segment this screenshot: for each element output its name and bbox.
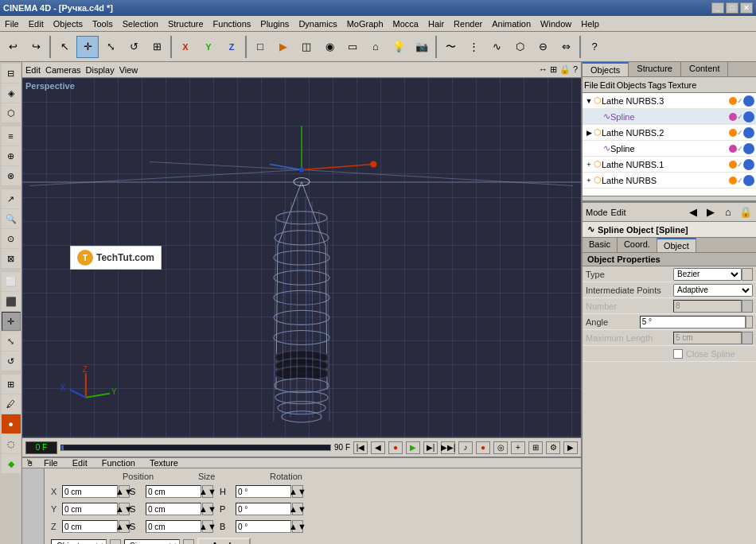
obj-spline-2-check[interactable]: ✓	[737, 145, 743, 153]
menu-hair[interactable]: Hair	[423, 16, 449, 31]
coord-z-size-input[interactable]	[146, 520, 201, 533]
axis-y-btn[interactable]: Y	[197, 36, 220, 58]
obj-lathe-1-dot2[interactable]	[743, 159, 754, 170]
coord-x-size-spinner[interactable]: ▲▼	[202, 485, 213, 498]
size-select-spinner[interactable]: ▲	[183, 539, 194, 544]
obj-spline-2-dot2[interactable]	[743, 143, 754, 154]
sym-btn[interactable]: ⇔	[555, 36, 577, 58]
prop-tab-object[interactable]: Object	[657, 238, 696, 252]
prop-mode-menu[interactable]: Mode	[586, 208, 608, 217]
obj-spline-1-check[interactable]: ✓	[737, 113, 743, 121]
obj-lathe-1[interactable]: + ⬡ Lathe NURBS.1 ✓	[583, 157, 756, 173]
left-tool-5[interactable]: ⊕	[2, 146, 21, 165]
viewport-icon-3[interactable]: 🔒	[559, 64, 571, 75]
coord-x-pos-input[interactable]	[62, 485, 118, 498]
left-tool-6[interactable]: ⊗	[2, 166, 21, 185]
timeline-loop-btn[interactable]: ●	[476, 441, 490, 454]
menu-functions[interactable]: Functions	[208, 16, 256, 31]
bottom-function-menu[interactable]: Function	[97, 458, 140, 468]
prop-tab-basic[interactable]: Basic	[583, 238, 618, 252]
coord-h-input[interactable]	[236, 485, 291, 498]
left-tool-9[interactable]: ⊙	[2, 229, 21, 248]
prop-edit-menu[interactable]: Edit	[611, 208, 626, 217]
loft-btn[interactable]: ⬡	[509, 36, 531, 58]
viewport-3d[interactable]: Y Z X Perspective T TechTut.com	[22, 78, 581, 437]
coord-y-pos-spinner[interactable]: ▲▼	[119, 503, 130, 515]
viewport-icon-2[interactable]: ⊞	[550, 64, 557, 75]
axis-x-btn[interactable]: X	[174, 36, 197, 58]
coord-z-pos-spinner[interactable]: ▲▼	[119, 520, 130, 533]
obj-spline-1-dot2[interactable]	[743, 111, 754, 122]
move-tool[interactable]: ✛	[76, 36, 99, 58]
timeline-play-btn[interactable]: ▶	[406, 441, 420, 454]
left-tool-13[interactable]: ✛	[2, 312, 21, 331]
current-frame-input[interactable]	[25, 441, 57, 454]
viewport-view-menu[interactable]: View	[119, 65, 138, 75]
render-region-btn[interactable]: ◫	[295, 36, 318, 58]
timeline-start-btn[interactable]: |◀	[353, 441, 368, 454]
obj-spline-1-dot1[interactable]	[729, 113, 737, 121]
left-tool-14[interactable]: ⤡	[2, 332, 21, 351]
select-tool[interactable]: ↖	[53, 36, 76, 58]
prop-home-btn[interactable]: ⌂	[721, 205, 735, 220]
obj-lathe-2[interactable]: ▶ ⬡ Lathe NURBS.2 ✓	[583, 125, 756, 141]
prop-tab-coord[interactable]: Coord.	[618, 238, 657, 252]
obj-lathe-0-dot1[interactable]	[729, 177, 737, 185]
obj-lathe-0[interactable]: + ⬡ Lathe NURBS ✓	[583, 173, 756, 188]
menu-mograph[interactable]: MoGraph	[342, 16, 388, 31]
prop-intermediate-select[interactable]: Adaptive Uniform	[673, 284, 753, 297]
obj-lathe-1-check[interactable]: ✓	[737, 161, 743, 169]
left-tool-8[interactable]: 🔍	[2, 209, 21, 228]
left-tool-10[interactable]: ⊠	[2, 249, 21, 268]
expand-lathe-3[interactable]: ▼	[584, 97, 594, 105]
obj-spline-1[interactable]: ∿ Spline ✓	[583, 109, 756, 125]
obj-objects-menu[interactable]: Objects	[617, 80, 646, 90]
redo-button[interactable]: ↪	[25, 36, 47, 58]
obj-tags-menu[interactable]: Tags	[648, 80, 666, 90]
prop-lock-btn[interactable]: 🔒	[738, 205, 753, 220]
coord-z-size-spinner[interactable]: ▲▼	[202, 520, 213, 533]
viewport-display-menu[interactable]: Display	[86, 65, 115, 75]
tab-objects[interactable]: Objects	[583, 62, 629, 76]
transform-tool[interactable]: ⊞	[146, 36, 168, 58]
bottom-texture-menu[interactable]: Texture	[145, 458, 183, 468]
obj-lathe-2-dot2[interactable]	[743, 127, 754, 138]
coord-h-spinner[interactable]: ▲▼	[292, 485, 303, 498]
tab-structure[interactable]: Structure	[629, 62, 681, 76]
prop-angle-spinner[interactable]	[746, 316, 753, 328]
left-tool-19[interactable]: ◌	[2, 434, 21, 453]
obj-lathe-1-dot1[interactable]	[729, 161, 737, 169]
sky-btn[interactable]: ⌂	[364, 36, 387, 58]
menu-selection[interactable]: Selection	[118, 16, 163, 31]
viewport-edit-menu[interactable]: Edit	[25, 65, 41, 75]
obj-lathe-3[interactable]: ▼ ⬡ Lathe NURBS.3 ✓	[583, 93, 756, 109]
left-tool-1[interactable]: ⊟	[2, 64, 21, 83]
obj-lathe-0-check[interactable]: ✓	[737, 177, 743, 185]
left-tool-18[interactable]: ●	[2, 414, 21, 433]
maximize-button[interactable]: □	[726, 2, 738, 14]
obj-lathe-0-dot2[interactable]	[743, 175, 754, 186]
prop-type-select[interactable]: Bezier Linear Cubic	[673, 268, 742, 281]
timeline-key-btn[interactable]: +	[511, 441, 525, 454]
axis-z-btn[interactable]: Z	[220, 36, 243, 58]
left-tool-11[interactable]: ⬜	[2, 272, 21, 291]
coord-z-pos-input[interactable]	[62, 520, 118, 533]
object-select-spinner[interactable]: ▲	[110, 539, 121, 544]
expand-lathe-1[interactable]: +	[584, 161, 594, 169]
coord-x-pos-spinner[interactable]: ▲▼	[119, 485, 130, 498]
left-tool-20[interactable]: ◆	[2, 454, 21, 473]
timeline-record-btn[interactable]: ●	[388, 441, 403, 454]
obj-texture-menu[interactable]: Texture	[668, 80, 696, 90]
obj-lathe-2-check[interactable]: ✓	[737, 129, 743, 137]
menu-mocca[interactable]: Mocca	[388, 16, 423, 31]
left-tool-16[interactable]: ⊞	[2, 375, 21, 394]
left-tool-12[interactable]: ⬛	[2, 292, 21, 311]
scale-tool[interactable]: ⤡	[99, 36, 122, 58]
object-select[interactable]: Object	[51, 539, 107, 544]
menu-edit[interactable]: Edit	[24, 16, 49, 31]
menu-dynamics[interactable]: Dynamics	[294, 16, 341, 31]
coord-b-spinner[interactable]: ▲▼	[292, 520, 303, 533]
rotate-tool[interactable]: ↺	[123, 36, 145, 58]
expand-lathe-2[interactable]: ▶	[584, 129, 594, 137]
bool-btn[interactable]: ⊖	[532, 36, 554, 58]
